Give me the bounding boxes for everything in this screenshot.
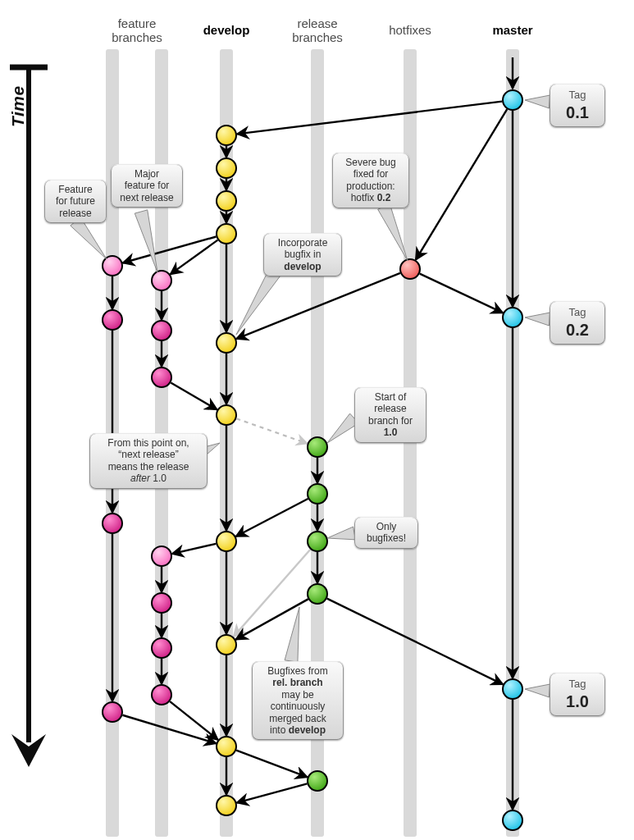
tag-version: 1.0 (558, 692, 597, 711)
tag-1-0: Tag 1.0 (550, 673, 605, 716)
column-header-release: releasebranches (292, 16, 343, 45)
commit-node (217, 796, 236, 815)
commit-node (152, 546, 171, 566)
callout-only-bugfixes: Onlybugfixes! (354, 517, 418, 549)
column-header-feature: featurebranches (112, 16, 162, 45)
edge (236, 418, 307, 443)
commit-node (503, 308, 522, 327)
commit-node (217, 737, 236, 756)
edge (236, 499, 308, 536)
edge (171, 383, 217, 410)
tag-version: 0.1 (558, 103, 597, 122)
tag-label: Tag (558, 678, 597, 691)
commit-node (503, 90, 522, 110)
callout-future-feature: Featurefor futurerelease (44, 180, 107, 223)
commit-node (400, 259, 420, 279)
commit-node (308, 484, 327, 504)
edge (170, 701, 218, 740)
tag-label: Tag (558, 89, 597, 102)
commit-node (217, 635, 236, 655)
edge (236, 751, 308, 778)
commit-node (217, 405, 236, 425)
tag-0-1: Tag 0.1 (550, 84, 605, 127)
edge (237, 783, 308, 802)
edge (416, 109, 508, 260)
edge (420, 274, 503, 313)
edge (123, 237, 217, 263)
commit-node (103, 702, 122, 722)
edge (172, 544, 217, 554)
commit-node (103, 514, 122, 533)
callout-incorporate: Incorporatebugfix indevelop (263, 233, 342, 276)
commit-node (217, 224, 236, 244)
commit-node (217, 158, 236, 178)
edge (171, 240, 218, 275)
commit-node (217, 126, 236, 145)
commit-node (217, 532, 236, 551)
time-axis-arrow (10, 67, 48, 767)
commit-node (217, 333, 236, 353)
tag-0-2: Tag 0.2 (550, 301, 605, 345)
callout-severe-bug: Severe bugfixed forproduction:hotfix 0.2 (332, 153, 409, 208)
commit-node (152, 321, 171, 340)
callout-major-feature: Majorfeature fornext release (111, 164, 183, 208)
commit-node (308, 437, 327, 457)
tag-version: 0.2 (558, 320, 597, 340)
commit-node (308, 771, 327, 791)
commit-node (152, 593, 171, 613)
callout-next-release: From this point on,“next release”means t… (89, 433, 208, 489)
commit-node (103, 256, 122, 276)
callout-rel-branch-merge: Bugfixes fromrel. branchmay becontinuous… (252, 661, 344, 740)
commit-node (503, 679, 522, 699)
commit-node (152, 685, 171, 705)
commit-node (308, 532, 327, 551)
commit-node (152, 368, 171, 387)
column-header-master: master (492, 23, 532, 37)
commit-node (217, 191, 236, 211)
commit-node (308, 584, 327, 604)
commit-node (103, 310, 122, 330)
callout-start-release: Start ofreleasebranch for1.0 (354, 387, 426, 443)
commit-node (503, 810, 522, 830)
column-header-hotfix: hotfixes (389, 23, 431, 37)
commit-node (152, 638, 171, 658)
time-axis-label: Time (8, 85, 28, 127)
commit-node (152, 271, 171, 290)
edge (237, 102, 502, 135)
column-header-develop: develop (203, 23, 250, 37)
tag-label: Tag (558, 306, 597, 319)
edge (122, 715, 216, 743)
